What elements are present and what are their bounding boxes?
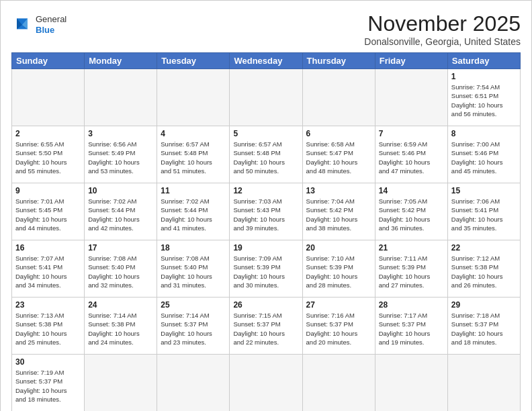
day-number: 17 [88,243,153,253]
weekday-header-saturday: Saturday [447,53,520,69]
week-row-1: 2Sunrise: 6:55 AMSunset: 5:50 PMDaylight… [12,126,521,183]
logo-general: General [36,14,66,25]
calendar-cell [12,69,85,126]
day-info: Sunrise: 7:06 AMSunset: 5:41 PMDaylight:… [451,197,517,232]
day-info: Sunrise: 7:11 AMSunset: 5:39 PMDaylight:… [379,254,444,289]
weekday-header-sunday: Sunday [12,53,85,69]
weekday-header-wednesday: Wednesday [230,53,302,69]
weekday-header-tuesday: Tuesday [157,53,230,69]
week-row-5: 30Sunrise: 7:19 AMSunset: 5:37 PMDayligh… [12,355,521,412]
day-info: Sunrise: 6:57 AMSunset: 5:48 PMDaylight:… [161,140,226,175]
weekday-header-thursday: Thursday [302,53,375,69]
location: Donalsonville, Georgia, United States [364,36,521,47]
week-row-4: 23Sunrise: 7:13 AMSunset: 5:38 PMDayligh… [12,298,521,355]
calendar-cell: 13Sunrise: 7:04 AMSunset: 5:42 PMDayligh… [302,183,375,240]
calendar-cell: 15Sunrise: 7:06 AMSunset: 5:41 PMDayligh… [447,183,520,240]
title-section: November 2025 Donalsonville, Georgia, Un… [364,11,521,47]
day-number: 16 [15,243,81,253]
day-info: Sunrise: 6:56 AMSunset: 5:49 PMDaylight:… [88,140,153,175]
day-number: 6 [306,129,371,138]
day-number: 19 [233,243,298,253]
day-number: 2 [15,129,81,138]
day-info: Sunrise: 7:07 AMSunset: 5:41 PMDaylight:… [15,254,81,289]
day-info: Sunrise: 7:01 AMSunset: 5:45 PMDaylight:… [15,197,81,232]
calendar-cell: 18Sunrise: 7:08 AMSunset: 5:40 PMDayligh… [157,240,230,298]
day-number: 28 [379,300,444,310]
day-number: 14 [379,186,444,195]
calendar-cell: 29Sunrise: 7:18 AMSunset: 5:37 PMDayligh… [447,298,520,355]
calendar-cell: 17Sunrise: 7:08 AMSunset: 5:40 PMDayligh… [85,240,157,298]
calendar-cell: 21Sunrise: 7:11 AMSunset: 5:39 PMDayligh… [375,240,447,298]
calendar-cell [230,355,302,412]
day-info: Sunrise: 6:57 AMSunset: 5:48 PMDaylight:… [233,140,298,175]
calendar-cell: 6Sunrise: 6:58 AMSunset: 5:47 PMDaylight… [302,126,375,183]
calendar-cell: 8Sunrise: 7:00 AMSunset: 5:46 PMDaylight… [447,126,520,183]
logo-text: General Blue [36,14,66,35]
calendar-header: General Blue November 2025 Donalsonville… [11,11,521,47]
day-info: Sunrise: 7:08 AMSunset: 5:40 PMDaylight:… [161,254,226,289]
day-number: 9 [15,186,81,195]
calendar-cell: 5Sunrise: 6:57 AMSunset: 5:48 PMDaylight… [230,126,302,183]
day-number: 27 [306,300,371,310]
calendar-cell [375,355,447,412]
calendar-container: General Blue November 2025 Donalsonville… [0,0,532,411]
week-row-2: 9Sunrise: 7:01 AMSunset: 5:45 PMDaylight… [12,183,521,240]
calendar-cell [302,69,375,126]
calendar-cell: 30Sunrise: 7:19 AMSunset: 5:37 PMDayligh… [12,355,85,412]
day-number: 25 [161,300,226,310]
day-number: 23 [15,300,81,310]
day-number: 18 [161,243,226,253]
day-info: Sunrise: 7:09 AMSunset: 5:39 PMDaylight:… [233,254,298,289]
logo-icon [11,14,33,36]
day-number: 11 [161,186,226,195]
day-info: Sunrise: 7:00 AMSunset: 5:46 PMDaylight:… [451,140,517,175]
calendar-cell: 10Sunrise: 7:02 AMSunset: 5:44 PMDayligh… [85,183,157,240]
logo-blue: Blue [36,25,66,36]
day-info: Sunrise: 7:05 AMSunset: 5:42 PMDaylight:… [379,197,444,232]
day-number: 20 [306,243,371,253]
calendar-cell [230,69,302,126]
day-info: Sunrise: 7:54 AMSunset: 6:51 PMDaylight:… [451,83,517,118]
week-row-3: 16Sunrise: 7:07 AMSunset: 5:41 PMDayligh… [12,240,521,298]
calendar-cell: 12Sunrise: 7:03 AMSunset: 5:43 PMDayligh… [230,183,302,240]
day-info: Sunrise: 7:04 AMSunset: 5:42 PMDaylight:… [306,197,371,232]
calendar-cell: 1Sunrise: 7:54 AMSunset: 6:51 PMDaylight… [447,69,520,126]
day-info: Sunrise: 7:13 AMSunset: 5:38 PMDaylight:… [15,311,81,347]
day-number: 4 [161,129,226,138]
day-number: 7 [379,129,444,138]
day-info: Sunrise: 7:14 AMSunset: 5:38 PMDaylight:… [88,311,153,347]
day-number: 12 [233,186,298,195]
day-number: 3 [88,129,153,138]
calendar-cell [375,69,447,126]
calendar-cell [447,355,520,412]
day-info: Sunrise: 7:18 AMSunset: 5:37 PMDaylight:… [451,311,517,347]
calendar-cell: 22Sunrise: 7:12 AMSunset: 5:38 PMDayligh… [447,240,520,298]
day-info: Sunrise: 7:08 AMSunset: 5:40 PMDaylight:… [88,254,153,289]
calendar-cell: 3Sunrise: 6:56 AMSunset: 5:49 PMDaylight… [85,126,157,183]
day-info: Sunrise: 7:02 AMSunset: 5:44 PMDaylight:… [161,197,226,232]
calendar-cell [85,69,157,126]
day-number: 24 [88,300,153,310]
calendar-cell: 23Sunrise: 7:13 AMSunset: 5:38 PMDayligh… [12,298,85,355]
day-number: 30 [15,357,81,367]
day-info: Sunrise: 7:02 AMSunset: 5:44 PMDaylight:… [88,197,153,232]
calendar-cell: 11Sunrise: 7:02 AMSunset: 5:44 PMDayligh… [157,183,230,240]
calendar-cell: 25Sunrise: 7:14 AMSunset: 5:37 PMDayligh… [157,298,230,355]
week-row-0: 1Sunrise: 7:54 AMSunset: 6:51 PMDaylight… [12,69,521,126]
calendar-cell: 7Sunrise: 6:59 AMSunset: 5:46 PMDaylight… [375,126,447,183]
month-title: November 2025 [364,11,521,36]
day-number: 8 [451,129,517,138]
day-info: Sunrise: 7:12 AMSunset: 5:38 PMDaylight:… [451,254,517,289]
day-info: Sunrise: 6:59 AMSunset: 5:46 PMDaylight:… [379,140,444,175]
day-number: 22 [451,243,517,253]
day-info: Sunrise: 6:55 AMSunset: 5:50 PMDaylight:… [15,140,81,175]
calendar-cell: 9Sunrise: 7:01 AMSunset: 5:45 PMDaylight… [12,183,85,240]
calendar-cell: 4Sunrise: 6:57 AMSunset: 5:48 PMDaylight… [157,126,230,183]
day-info: Sunrise: 7:16 AMSunset: 5:37 PMDaylight:… [306,311,371,347]
day-number: 21 [379,243,444,253]
day-number: 5 [233,129,298,138]
day-number: 10 [88,186,153,195]
day-info: Sunrise: 7:03 AMSunset: 5:43 PMDaylight:… [233,197,298,232]
day-number: 15 [451,186,517,195]
day-info: Sunrise: 6:58 AMSunset: 5:47 PMDaylight:… [306,140,371,175]
